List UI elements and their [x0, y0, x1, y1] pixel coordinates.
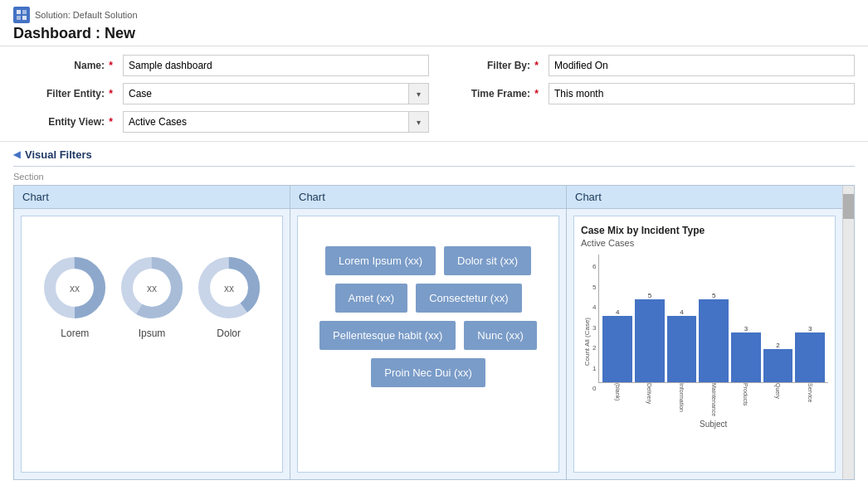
bar-col-service: 3 [795, 325, 825, 382]
filter-entity-arrow[interactable] [409, 83, 429, 104]
bar-val-query: 2 [776, 342, 779, 349]
bar-rect-query [763, 349, 793, 382]
donut-svg-1: xx [41, 255, 108, 321]
name-label: Name: * [13, 60, 113, 71]
tag-grid: Lorem Ipsum (xx) Dolor sit (xx) Amet (xx… [305, 230, 552, 404]
visual-filters-header: ◀ Visual Filters [13, 142, 855, 167]
bar-val-delivery: 5 [648, 292, 651, 299]
bar-col-products: 3 [731, 325, 761, 382]
chart-3-header: Chart [567, 186, 842, 209]
filter-entity-select[interactable] [123, 83, 429, 104]
entity-view-required: * [109, 116, 113, 128]
tag-dolor-sit: Dolor sit (xx) [444, 246, 531, 275]
bar-rect-blank [602, 316, 632, 382]
section-label: Section [13, 167, 855, 185]
filter-entity-label: Filter Entity: * [13, 88, 113, 99]
svg-rect-1 [22, 10, 27, 14]
bar-rect-products [731, 332, 761, 382]
time-frame-required: * [534, 88, 539, 99]
tag-row-3: Pellentesque habit (xx) Nunc (xx) [313, 321, 544, 350]
header: Solution: Default Solution Dashboard : N… [0, 0, 868, 46]
tag-consectetur: Consectetur (xx) [416, 284, 521, 313]
filter-by-input[interactable] [549, 55, 855, 76]
bar-val-maintenance: 5 [712, 292, 715, 299]
tag-lorem-ipsum: Lorem Ipsum (xx) [325, 246, 436, 275]
chart-2-header: Chart [290, 186, 566, 209]
svg-rect-3 [22, 16, 27, 20]
xlabel-service: Service [795, 383, 825, 416]
bar-rect-delivery [635, 299, 665, 382]
donut-item-1: xx Lorem [41, 255, 108, 339]
form-grid: Name: * Filter By: * Filter Entity: * Ti… [13, 55, 855, 133]
chart-panel-2: Chart Lorem Ipsum (xx) Dolor sit (xx) Am… [290, 186, 567, 479]
scrollbar-thumb[interactable] [843, 194, 854, 219]
filter-by-label: Filter By: * [439, 60, 539, 71]
chart-panel-3: Chart Case Mix by Incident Type Active C… [567, 186, 842, 479]
svg-text:xx: xx [224, 283, 234, 294]
xlabel-maintenance: Maintenance [699, 383, 729, 416]
donut-svg-2: xx [119, 255, 185, 321]
bars-area: 4 5 4 [598, 255, 828, 383]
donut-container: xx Lorem xx Ipsum [28, 230, 276, 347]
tag-row-4: Proin Nec Dui (xx) [313, 358, 544, 387]
donut-label-2: Ipsum [139, 328, 166, 339]
tag-nunc: Nunc (xx) [464, 321, 537, 350]
yaxis-ticks: 0 1 2 3 4 5 6 [592, 255, 598, 394]
chart-2-body: Lorem Ipsum (xx) Dolor sit (xx) Amet (xx… [297, 216, 559, 473]
name-required: * [109, 60, 113, 71]
donut-svg-3: xx [196, 255, 262, 321]
bar-chart-area: Count All (Case) 0 1 2 3 4 5 6 [581, 255, 828, 429]
tag-amet: Amet (xx) [335, 284, 408, 313]
page-title: Dashboard : New [13, 25, 855, 42]
xaxis-label: Subject [598, 420, 828, 429]
bar-val-service: 3 [808, 325, 812, 332]
bar-rect-information [667, 316, 697, 382]
bars-xaxis-wrap: 4 5 4 [598, 255, 828, 429]
donut-label-1: Lorem [61, 328, 89, 339]
donut-item-2: xx Ipsum [119, 255, 185, 339]
filter-entity-input[interactable] [123, 83, 409, 104]
bar-col-query: 2 [763, 342, 793, 382]
solution-label: Solution: Default Solution [13, 7, 855, 23]
xlabel-blank: (blank) [602, 383, 632, 416]
entity-view-select[interactable] [123, 111, 429, 133]
filter-entity-required: * [109, 88, 113, 99]
entity-view-arrow[interactable] [409, 111, 429, 133]
bar-rect-service [795, 332, 825, 382]
bar-val-information: 4 [680, 308, 683, 316]
bar-chart-title: Case Mix by Incident Type [581, 225, 828, 236]
filter-by-required: * [534, 60, 539, 71]
bar-chart-subtitle: Active Cases [581, 238, 828, 248]
bar-col-information: 4 [667, 308, 697, 382]
solution-icon [13, 7, 30, 23]
xaxis-labels: (blank) Delivery Information Maintenance [599, 383, 828, 416]
xlabel-delivery: Delivery [635, 383, 665, 416]
chart-1-header: Chart [14, 186, 290, 209]
entity-view-label: Entity View: * [13, 116, 113, 128]
yaxis-label: Count All (Case) [583, 318, 591, 366]
svg-rect-2 [17, 16, 21, 20]
tag-proin: Proin Nec Dui (xx) [371, 358, 485, 387]
tag-row-2: Amet (xx) Consectetur (xx) [313, 284, 544, 313]
scrollbar[interactable] [842, 186, 854, 479]
time-frame-input[interactable] [549, 83, 855, 104]
bar-val-products: 3 [744, 325, 748, 332]
bar-col-maintenance: 5 [699, 292, 729, 382]
charts-container: Chart xx Lorem [13, 185, 855, 480]
visual-filters-section: ◀ Visual Filters Section Chart xx Lorem [0, 142, 868, 490]
xlabel-products: Products [731, 383, 761, 416]
yaxis-label-wrap: Count All (Case) [581, 255, 592, 429]
xlabel-query: Query [763, 383, 793, 416]
donut-item-3: xx Dolor [196, 255, 262, 339]
svg-text:xx: xx [147, 283, 157, 294]
xlabel-information: Information [667, 383, 697, 416]
form-section: Name: * Filter By: * Filter Entity: * Ti… [0, 46, 868, 142]
entity-view-input[interactable] [123, 111, 409, 133]
chart-1-body: xx Lorem xx Ipsum [21, 216, 283, 473]
time-frame-label: Time Frame: * [439, 88, 539, 99]
chart-panel-1: Chart xx Lorem [14, 186, 290, 479]
donut-label-3: Dolor [217, 328, 241, 339]
collapse-arrow-icon[interactable]: ◀ [13, 149, 20, 160]
svg-text:xx: xx [70, 283, 80, 294]
name-input[interactable] [123, 55, 429, 76]
